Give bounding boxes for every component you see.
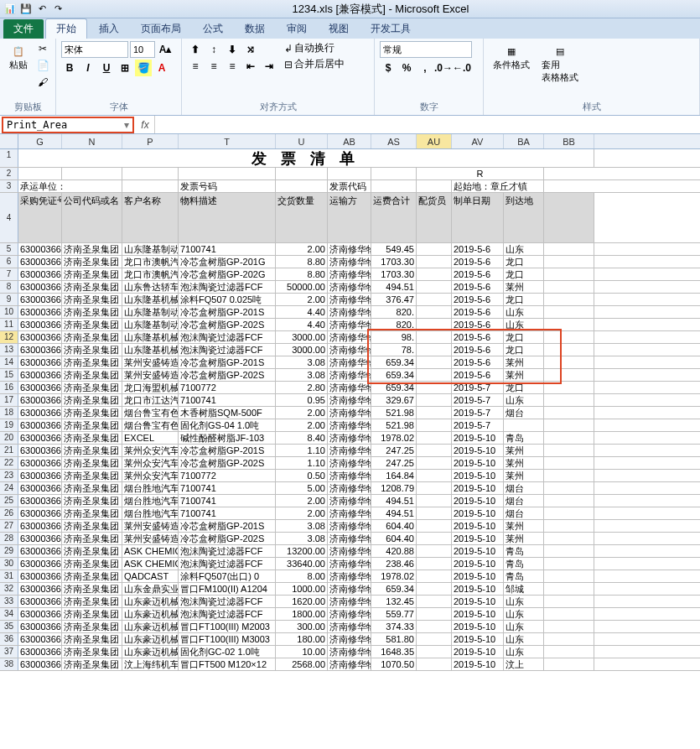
table-cell[interactable]: 6300036601 xyxy=(18,382,62,393)
table-cell[interactable] xyxy=(417,507,452,519)
table-cell[interactable]: 济南修华物 xyxy=(328,633,371,645)
table-cell[interactable]: 2019-5-10 xyxy=(452,583,504,595)
table-cell[interactable]: 济南圣泉集团 xyxy=(62,596,122,607)
table-cell[interactable]: 1800.00 xyxy=(276,608,328,620)
table-cell[interactable] xyxy=(417,281,452,293)
table-cell[interactable]: 6300036601 xyxy=(18,281,62,293)
table-cell[interactable]: 济南修华物 xyxy=(328,658,371,670)
grid[interactable]: 1发 票 清 单2R3承运单位：发票号码发票代码起始地：章丘才镇4采购凭证号公司… xyxy=(0,149,700,671)
table-cell[interactable] xyxy=(417,319,452,330)
table-cell[interactable]: 济南圣泉集团 xyxy=(62,507,122,519)
fx-icon[interactable]: fx xyxy=(136,119,154,131)
table-cell[interactable] xyxy=(417,394,452,406)
italic-button[interactable]: I xyxy=(80,60,96,76)
table-cell[interactable]: 济南圣泉集团 xyxy=(62,621,122,632)
table-cell[interactable]: 泡沫陶瓷过滤器FCF xyxy=(179,281,276,293)
table-cell[interactable]: 6300036601 xyxy=(18,419,62,431)
table-cell[interactable]: 329.67 xyxy=(371,394,417,406)
table-cell[interactable]: 涂料FQ507 0.025吨 xyxy=(179,294,276,305)
table-cell[interactable]: 238.46 xyxy=(371,558,417,570)
table-cell[interactable]: 冒口FM100(II) A1204 xyxy=(179,583,276,595)
tab-view[interactable]: 视图 xyxy=(319,19,359,39)
table-cell[interactable]: 6300036601 xyxy=(18,596,62,607)
table-cell[interactable]: 冷芯盒树脂GP-201S xyxy=(179,356,276,368)
table-cell[interactable]: 济南修华物 xyxy=(328,256,371,268)
percent-icon[interactable]: % xyxy=(398,60,415,76)
table-cell[interactable] xyxy=(417,470,452,481)
font-color-button[interactable]: A xyxy=(153,60,170,76)
table-cell[interactable]: 泡沫陶瓷过滤器FCF xyxy=(179,545,276,557)
table-cell[interactable]: 6300036601 xyxy=(18,482,62,494)
table-cell[interactable]: 济南圣泉集团 xyxy=(62,369,122,381)
table-cell[interactable]: 33640.00 xyxy=(276,558,328,570)
table-cell[interactable]: ASK CHEMICA xyxy=(122,545,179,557)
table-cell[interactable]: 6300036601 xyxy=(18,256,62,268)
table-cell[interactable]: 50000.00 xyxy=(276,281,328,293)
table-cell[interactable]: 莱州 xyxy=(504,281,544,293)
table-cell[interactable] xyxy=(417,520,452,532)
table-cell[interactable]: 1703.30 xyxy=(371,268,417,280)
table-cell[interactable]: 7100741 xyxy=(179,495,276,507)
table-cell[interactable]: 莱州安盛铸造有 xyxy=(122,533,179,544)
table-cell[interactable]: 3.08 xyxy=(276,520,328,532)
table-cell[interactable]: 龙口 xyxy=(504,294,544,305)
table-cell[interactable]: 莱州 xyxy=(504,457,544,469)
tab-data[interactable]: 数据 xyxy=(235,19,275,39)
tab-formulas[interactable]: 公式 xyxy=(193,19,233,39)
table-cell[interactable]: 247.25 xyxy=(371,445,417,456)
table-cell[interactable] xyxy=(417,457,452,469)
col-header[interactable]: BA xyxy=(504,134,544,148)
table-cell[interactable]: 山东豪迈机械科 xyxy=(122,633,179,645)
table-cell[interactable]: 济南圣泉集团 xyxy=(62,470,122,481)
table-cell[interactable]: 6300036601 xyxy=(18,369,62,381)
table-cell[interactable]: 2019-5-10 xyxy=(452,608,504,620)
table-cell[interactable]: 2019-5-10 xyxy=(452,545,504,557)
table-cell[interactable]: 山东隆基机械股 xyxy=(122,294,179,305)
table-cell[interactable]: 494.51 xyxy=(371,495,417,507)
table-cell[interactable]: 济南修华物 xyxy=(328,419,371,431)
table-cell[interactable]: 济南修华物 xyxy=(328,331,371,343)
table-cell[interactable]: 1.10 xyxy=(276,445,328,456)
col-header[interactable]: G xyxy=(18,134,62,148)
table-cell[interactable]: 494.51 xyxy=(371,507,417,519)
table-cell[interactable]: 泡沫陶瓷过滤器FCF xyxy=(179,608,276,620)
table-cell[interactable]: 济南圣泉集团 xyxy=(62,407,122,419)
table-cell[interactable]: 烟台鲁宝有色合 xyxy=(122,419,179,431)
table-cell[interactable]: 6300036601 xyxy=(18,457,62,469)
table-cell[interactable]: 1208.79 xyxy=(371,482,417,494)
table-cell[interactable]: 6300036601 xyxy=(18,445,62,456)
table-cell[interactable]: 山东 xyxy=(504,646,544,658)
table-cell[interactable]: 6300036601 xyxy=(18,545,62,557)
table-cell[interactable]: 济南修华物 xyxy=(328,432,371,444)
number-format-select[interactable] xyxy=(380,41,472,58)
table-cell[interactable]: 7100741 xyxy=(179,394,276,406)
table-cell[interactable]: 济南圣泉集团 xyxy=(62,520,122,532)
table-cell[interactable]: 山东 xyxy=(504,306,544,318)
table-cell[interactable]: 山东隆基制动器 xyxy=(122,306,179,318)
table-cell[interactable] xyxy=(417,294,452,305)
table-cell[interactable]: 济南修华物 xyxy=(328,457,371,469)
name-box-input[interactable] xyxy=(3,119,121,131)
table-cell[interactable]: 7100741 xyxy=(179,482,276,494)
table-cell[interactable]: 2019-5-10 xyxy=(452,482,504,494)
table-cell[interactable]: 6300036601 xyxy=(18,621,62,632)
table-cell[interactable]: 济南修华物 xyxy=(328,382,371,393)
table-cell[interactable]: 山东豪迈机械科 xyxy=(122,596,179,607)
table-cell[interactable]: 2019-5-6 xyxy=(452,256,504,268)
table-cell[interactable]: 2019-5-10 xyxy=(452,633,504,645)
table-cell[interactable]: 13200.00 xyxy=(276,545,328,557)
copy-icon[interactable]: 📄 xyxy=(35,58,50,73)
table-cell[interactable]: 78. xyxy=(371,344,417,356)
table-cell[interactable]: 烟台鲁宝有色合 xyxy=(122,407,179,419)
table-cell[interactable]: 659.34 xyxy=(371,583,417,595)
table-cell[interactable]: 2019-5-10 xyxy=(452,445,504,456)
table-cell[interactable]: 山东隆基制动器 xyxy=(122,319,179,330)
table-cell[interactable]: 济南圣泉集团 xyxy=(62,382,122,393)
table-format-button[interactable]: ▤ 套用 表格格式 xyxy=(537,41,583,86)
paste-button[interactable]: 📋 粘贴 xyxy=(5,41,32,74)
table-cell[interactable]: 659.34 xyxy=(371,356,417,368)
table-cell[interactable]: 6300036601 xyxy=(18,407,62,419)
table-cell[interactable]: 2019-5-6 xyxy=(452,344,504,356)
table-cell[interactable]: 碱性酚醛树脂JF-103 xyxy=(179,432,276,444)
table-cell[interactable]: 龙口 xyxy=(504,268,544,280)
